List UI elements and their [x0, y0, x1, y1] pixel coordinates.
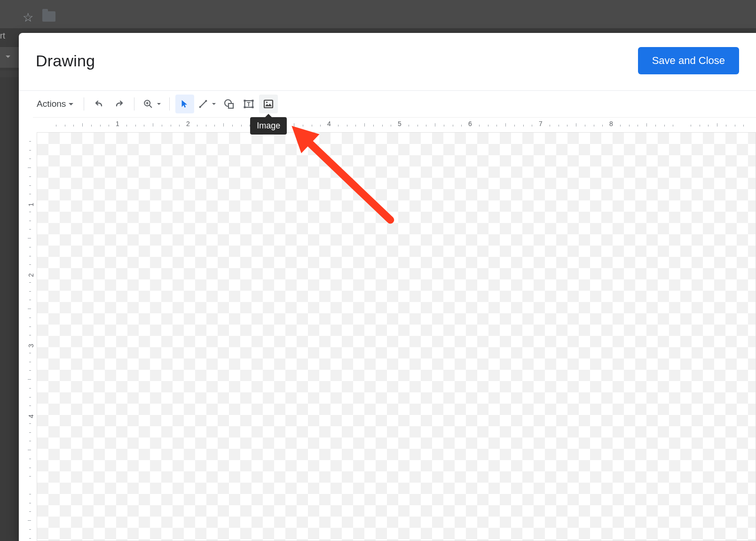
svg-rect-8 [228, 103, 233, 108]
tooltip-label: Image [257, 121, 280, 130]
ruler-h-label: 7 [539, 120, 543, 127]
drawing-canvas[interactable] [37, 132, 756, 541]
svg-point-5 [199, 106, 201, 108]
drawing-workspace: 1234 [19, 128, 756, 541]
ruler-h-label: 6 [468, 120, 472, 127]
ruler-h-label: 5 [398, 120, 402, 127]
svg-text:T: T [247, 101, 251, 108]
undo-button[interactable] [90, 95, 109, 113]
textbox-tool-button[interactable]: T [239, 95, 258, 113]
actions-menu-button[interactable]: Actions [32, 96, 78, 112]
actions-label: Actions [37, 99, 66, 109]
toolbar-separator [169, 97, 170, 111]
background-ruler-fragment [0, 71, 19, 77]
chevron-down-icon [212, 103, 216, 105]
save-and-close-button[interactable]: Save and Close [638, 47, 739, 74]
image-tooltip: Image [250, 117, 287, 135]
svg-point-16 [266, 102, 268, 103]
select-tool-button[interactable] [175, 95, 194, 113]
undo-icon [94, 98, 105, 110]
textbox-icon: T [243, 98, 254, 110]
background-menu-fragment: rt [0, 29, 5, 42]
horizontal-ruler: 12345678 [33, 117, 756, 128]
svg-line-4 [200, 101, 206, 107]
svg-rect-12 [244, 106, 246, 108]
ruler-h-label: 1 [116, 120, 119, 127]
drawing-dialog: Drawing Save and Close Actions [19, 33, 756, 541]
folder-icon [42, 11, 55, 22]
ruler-h-label: 4 [327, 120, 331, 127]
redo-icon [113, 98, 125, 110]
cursor-icon [180, 99, 190, 109]
line-tool-button[interactable] [195, 95, 219, 113]
shape-icon [223, 98, 235, 110]
shape-tool-button[interactable] [220, 95, 238, 113]
dialog-title: Drawing [36, 52, 95, 70]
canvas-container [33, 128, 756, 541]
vertical-ruler: 1234 [19, 128, 33, 541]
image-tool-button[interactable] [259, 95, 278, 113]
svg-rect-10 [244, 100, 246, 102]
svg-rect-11 [252, 100, 254, 102]
chevron-down-icon [69, 103, 73, 105]
toolbar-separator [134, 97, 134, 111]
image-icon [263, 98, 274, 110]
zoom-icon [143, 99, 153, 109]
drawing-toolbar: Actions T [19, 91, 756, 117]
svg-rect-15 [264, 100, 273, 108]
svg-point-6 [205, 100, 207, 102]
zoom-button[interactable] [140, 95, 164, 113]
ruler-h-label: 8 [609, 120, 613, 127]
background-titlebar [0, 0, 756, 28]
ruler-h-label: 2 [186, 120, 190, 127]
svg-line-1 [150, 105, 152, 108]
star-icon: ☆ [23, 10, 33, 25]
line-icon [198, 99, 208, 109]
dialog-header: Drawing Save and Close [19, 33, 756, 91]
chevron-down-icon [6, 56, 10, 58]
chevron-down-icon [157, 103, 161, 105]
redo-button[interactable] [110, 95, 128, 113]
svg-rect-13 [252, 106, 254, 108]
toolbar-separator [84, 97, 84, 111]
